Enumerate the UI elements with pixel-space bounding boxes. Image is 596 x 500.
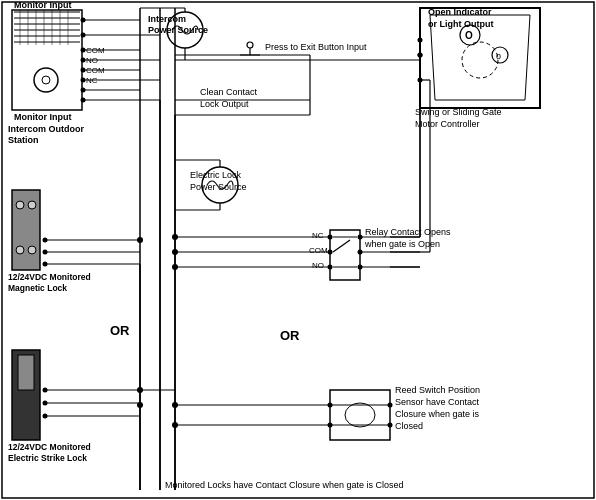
svg-point-63: [28, 201, 36, 209]
svg-text:OR: OR: [280, 328, 300, 343]
svg-text:Electric Strike Lock: Electric Strike Lock: [8, 453, 87, 463]
svg-point-16: [42, 76, 50, 84]
svg-text:Motor Controller: Motor Controller: [415, 119, 480, 129]
svg-text:Clean Contact: Clean Contact: [200, 87, 258, 97]
svg-point-108: [345, 403, 375, 427]
svg-point-15: [34, 68, 58, 92]
svg-text:12/24VDC Monitored: 12/24VDC Monitored: [8, 272, 91, 282]
svg-text:O: O: [465, 30, 473, 41]
svg-point-65: [28, 246, 36, 254]
svg-text:Open Indicator: Open Indicator: [428, 7, 492, 17]
svg-rect-61: [12, 190, 40, 270]
svg-text:Lock Output: Lock Output: [200, 99, 249, 109]
svg-text:NO: NO: [312, 261, 324, 270]
svg-text:Magnetic Lock: Magnetic Lock: [8, 283, 67, 293]
svg-text:Reed Switch Position: Reed Switch Position: [395, 385, 480, 395]
svg-text:12/24VDC Monitored: 12/24VDC Monitored: [8, 442, 91, 452]
svg-text:Closure when gate is: Closure when gate is: [395, 409, 480, 419]
svg-text:o: o: [496, 51, 501, 61]
svg-point-37: [247, 42, 253, 48]
svg-text:OR: OR: [110, 323, 130, 338]
svg-text:Electric Lock: Electric Lock: [190, 170, 242, 180]
svg-rect-1: [12, 10, 82, 110]
svg-text:Swing or Sliding Gate: Swing or Sliding Gate: [415, 107, 502, 117]
svg-text:Closed: Closed: [395, 421, 423, 431]
svg-text:Power Source: Power Source: [190, 182, 247, 192]
svg-point-100: [462, 42, 498, 78]
svg-text:Station: Station: [8, 135, 39, 145]
svg-point-123: [137, 237, 143, 243]
svg-text:Monitor Input: Monitor Input: [14, 112, 71, 122]
svg-text:Power Source: Power Source: [148, 25, 208, 35]
svg-text:COM: COM: [309, 246, 328, 255]
svg-point-62: [16, 201, 24, 209]
svg-text:Press to Exit Button Input: Press to Exit Button Input: [265, 42, 367, 52]
svg-rect-116: [18, 355, 34, 390]
svg-point-64: [16, 246, 24, 254]
svg-text:when gate is Open: when gate is Open: [364, 239, 440, 249]
svg-text:Relay Contact Opens: Relay Contact Opens: [365, 227, 451, 237]
svg-rect-105: [330, 390, 390, 440]
svg-text:Intercom Outdoor: Intercom Outdoor: [8, 124, 84, 134]
svg-text:Monitor Input: Monitor Input: [14, 0, 71, 10]
svg-line-84: [333, 240, 350, 252]
svg-point-112: [388, 423, 393, 428]
wiring-diagram: COM NO COM NC Monitor Input Intercom Out…: [0, 0, 596, 500]
svg-text:Sensor have Contact: Sensor have Contact: [395, 397, 480, 407]
svg-text:Intercom: Intercom: [148, 14, 186, 24]
svg-point-171: [418, 78, 423, 83]
svg-point-111: [388, 403, 393, 408]
svg-text:NC: NC: [312, 231, 324, 240]
svg-text:or Light Output: or Light Output: [428, 19, 493, 29]
svg-text:Monitored Locks have Contact C: Monitored Locks have Contact Closure whe…: [165, 480, 404, 490]
